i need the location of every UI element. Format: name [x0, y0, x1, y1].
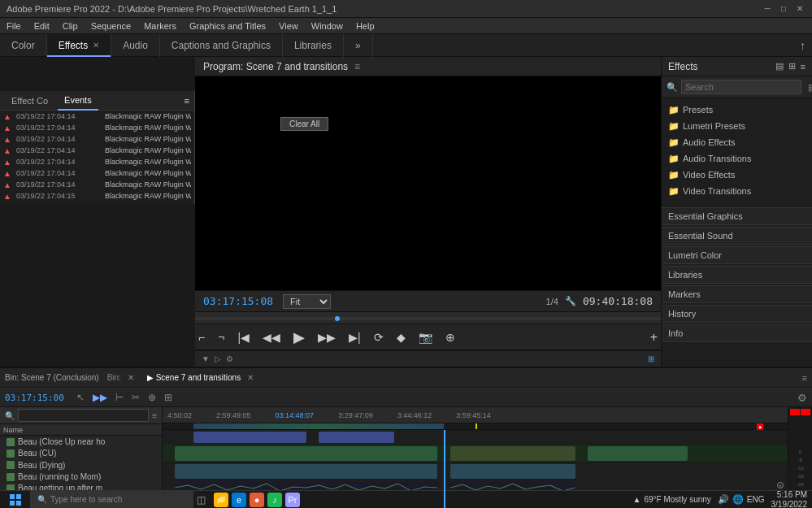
speaker-icon[interactable]: 🔊 — [718, 494, 729, 505]
clip-block[interactable] — [175, 464, 437, 479]
project-item-beau-cu2[interactable]: Beau (CU) — [0, 448, 162, 459]
task-view-button[interactable]: ◫ — [193, 494, 209, 506]
effects-view-toggle[interactable]: ▤ — [775, 61, 784, 72]
step-back-button[interactable]: ◀◀ — [259, 329, 284, 345]
bin-close[interactable]: ✕ — [128, 373, 134, 382]
effects-icon-view[interactable]: ⊞ — [788, 61, 796, 72]
effects-item-presets[interactable]: 📁 Presets — [662, 102, 812, 118]
program-monitor-menu[interactable]: ≡ — [354, 61, 360, 72]
close-button[interactable]: ✕ — [794, 3, 805, 15]
effects-item-video-effects[interactable]: 📁 Video Effects — [662, 167, 812, 183]
chrome-icon[interactable]: ● — [250, 493, 264, 507]
clip-block[interactable] — [450, 464, 575, 479]
safe-margin-icon[interactable]: ⊞ — [648, 354, 654, 363]
explorer-icon[interactable]: 📁 — [214, 493, 228, 507]
tab-effects[interactable]: Effects ✕ — [47, 34, 111, 57]
ripple-edit-tool[interactable]: ⊢ — [113, 391, 126, 404]
razor-tool[interactable]: ✂ — [129, 391, 142, 404]
effects-item-lumetri[interactable]: 📁 Lumetri Presets — [662, 118, 812, 134]
menu-graphics[interactable]: Graphics and Titles — [188, 21, 267, 31]
effects-panel-menu[interactable]: ≡ — [801, 62, 805, 72]
share-button[interactable]: ↑ — [800, 39, 805, 52]
project-item-beau-dying[interactable]: Beau (Dying) — [0, 459, 162, 471]
timecode-display[interactable]: 03:17:15:08 — [203, 295, 276, 307]
timeline-ruler[interactable]: 4:50:02 2:59:49:05 03:14:48:07 3:29:47:0… — [163, 407, 788, 423]
effects-item-audio-transitions[interactable]: 📁 Audio Transitions — [662, 150, 812, 167]
slip-tool[interactable]: ⊕ — [145, 391, 158, 404]
list-view-icon[interactable]: ≡ — [152, 411, 157, 420]
export-button[interactable]: ⊕ — [442, 329, 458, 345]
markers-section[interactable]: Markers — [662, 285, 812, 303]
project-item-beau-cu[interactable]: Beau (Close Up near ho — [0, 436, 162, 447]
events-panel-menu[interactable]: ≡ — [185, 96, 189, 106]
play-pause-button[interactable]: ▶ — [290, 327, 308, 348]
taskbar-search-box[interactable]: 🔍 Type here to search — [31, 491, 193, 509]
mark-out-button[interactable]: ¬ — [215, 329, 228, 345]
tab-effect-controls[interactable]: Effect Co — [5, 91, 54, 111]
menu-view[interactable]: View — [277, 21, 300, 31]
more-tools[interactable]: ⊞ — [162, 391, 175, 404]
menu-markers[interactable]: Markers — [142, 21, 178, 31]
menu-clip[interactable]: Clip — [61, 21, 80, 31]
program-scrubber[interactable] — [195, 311, 661, 324]
loop-button[interactable]: ⟳ — [371, 329, 387, 345]
tab-captions[interactable]: Captions and Graphics — [160, 34, 283, 57]
filter-icon[interactable]: ▼ — [202, 354, 210, 363]
menu-window[interactable]: Window — [310, 21, 345, 31]
clip-block[interactable] — [175, 446, 437, 461]
clip-block[interactable] — [319, 432, 393, 443]
project-item-beau-running[interactable]: Beau (running to Mom) — [0, 471, 162, 482]
effects-search-input[interactable] — [681, 80, 801, 94]
timeline-menu[interactable]: ≡ — [802, 373, 807, 383]
menu-edit[interactable]: Edit — [33, 21, 51, 31]
mark-in-button[interactable]: ⌐ — [195, 329, 208, 345]
info-section[interactable]: Info — [662, 324, 812, 342]
selection-tool[interactable]: ↖ — [74, 391, 87, 404]
sequence-tab[interactable]: ▶ Scene 7 and transitions — [147, 373, 241, 382]
essential-sound-section[interactable]: Essential Sound — [662, 227, 812, 245]
camera-button[interactable]: 📷 — [415, 329, 436, 345]
track-select-tool[interactable]: ▶▶ — [90, 391, 110, 404]
show-hidden-icon[interactable]: ▲ — [633, 495, 641, 504]
wrench-icon[interactable]: 🔧 — [565, 296, 576, 306]
minimize-button[interactable]: ─ — [762, 3, 773, 15]
restore-button[interactable]: □ — [778, 3, 789, 15]
clip-block[interactable] — [450, 446, 575, 461]
network-icon[interactable]: 🌐 — [732, 494, 744, 505]
clip-block[interactable] — [588, 446, 688, 461]
sequence-close[interactable]: ✕ — [247, 373, 254, 382]
premiere-icon[interactable]: Pr — [285, 493, 300, 507]
start-button[interactable] — [0, 491, 31, 509]
play-in-to-out-icon[interactable]: ▷ — [215, 354, 221, 363]
tab-color[interactable]: Color — [0, 34, 47, 57]
go-to-out-button[interactable]: ▶| — [345, 329, 364, 345]
tab-events[interactable]: Events — [58, 91, 98, 111]
clear-all-button[interactable]: Clear All — [280, 117, 328, 131]
effects-filter-icon[interactable]: ▤ — [808, 82, 812, 93]
settings-icon[interactable]: ⚙ — [226, 354, 233, 363]
tab-effects-close[interactable]: ✕ — [93, 41, 99, 50]
timeline-timecode[interactable]: 03:17:15:00 — [5, 393, 64, 403]
add-marker-button[interactable]: ◆ — [393, 329, 409, 345]
edge-icon[interactable]: e — [232, 493, 246, 507]
add-track-button[interactable]: + — [647, 328, 661, 346]
clip-block[interactable] — [193, 432, 306, 443]
essential-graphics-section[interactable]: Essential Graphics — [662, 207, 812, 225]
tab-libraries[interactable]: Libraries — [283, 34, 344, 57]
step-forward-button[interactable]: ▶▶ — [315, 329, 339, 345]
menu-file[interactable]: File — [5, 21, 23, 31]
project-search-input[interactable] — [18, 409, 149, 422]
effects-item-video-transitions[interactable]: 📁 Video Transitions — [662, 183, 812, 199]
menu-help[interactable]: Help — [354, 21, 376, 31]
zoom-dropdown[interactable]: Fit 25% 50% 100% — [283, 294, 331, 309]
go-to-in-button[interactable]: |◀ — [234, 329, 253, 345]
menu-sequence[interactable]: Sequence — [89, 21, 133, 31]
lumetri-color-section[interactable]: Lumetri Color — [662, 246, 812, 264]
history-section[interactable]: History — [662, 305, 812, 323]
clock[interactable]: 5:16 PM 3/19/2022 — [771, 490, 808, 509]
timeline-settings[interactable]: ⚙ — [797, 392, 807, 404]
spotify-icon[interactable]: ♪ — [267, 493, 282, 507]
libraries-section[interactable]: Libraries — [662, 266, 812, 284]
tab-more[interactable]: » — [344, 34, 373, 57]
effects-item-audio-effects[interactable]: 📁 Audio Effects — [662, 134, 812, 150]
